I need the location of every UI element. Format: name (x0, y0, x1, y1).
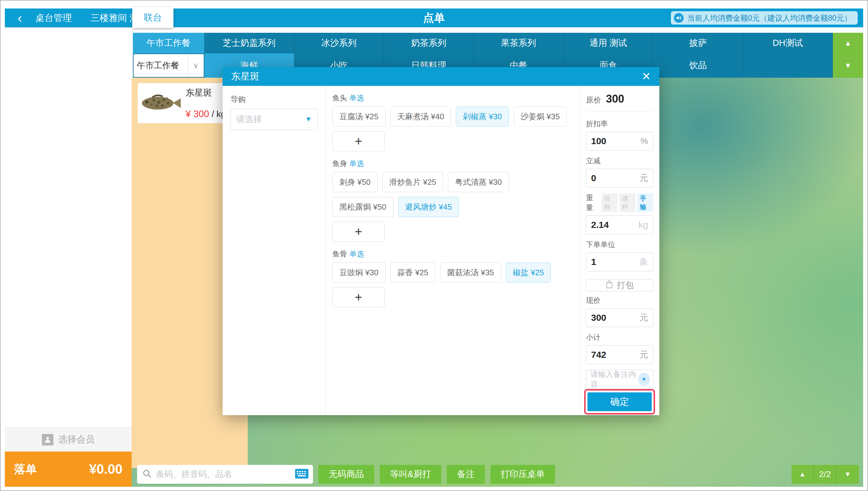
original-price-label: 原价 (586, 95, 601, 105)
option-chip[interactable]: 豆腐汤 ¥25 (332, 107, 385, 126)
weight-mode-待称[interactable]: 待称 (601, 193, 618, 212)
summary-column: 原价 300 折扣率 100 % 立减 0 元 (580, 86, 659, 415)
weight-input[interactable]: 2.14 kg (586, 215, 653, 234)
category-tab-5[interactable]: 果茶系列 (474, 33, 563, 53)
action-button-4[interactable]: 打印压桌单 (490, 465, 555, 484)
select-member-button[interactable]: 选择会员 (5, 427, 132, 452)
current-price-unit: 元 (640, 312, 648, 323)
discount-label: 折扣率 (586, 119, 653, 129)
note-input[interactable]: 请输入备注内容 ▼ (586, 370, 653, 389)
option-chip[interactable]: 蒜香 ¥25 (390, 262, 436, 283)
option-chip[interactable]: 粤式清蒸 ¥30 (448, 172, 509, 192)
option-chip[interactable]: 豆豉焖 ¥30 (332, 262, 385, 283)
category-tab-4[interactable]: 奶茶系列 (384, 33, 474, 53)
add-option-button[interactable]: + (332, 132, 384, 151)
tabs-expand-button[interactable]: ▼ (833, 53, 863, 78)
category-tab-6[interactable]: 通用 测试 (563, 33, 653, 53)
discount-unit: % (641, 136, 648, 146)
product-pagination: ▲ 2/2 ▼ (792, 465, 859, 484)
subtotal-unit: 元 (640, 349, 648, 360)
option-chip-list: 刺身 ¥50滑炒鱼片 ¥25粤式清蒸 ¥30黑松露焗 ¥50避风塘炒 ¥45 (332, 172, 573, 217)
takeout-pack-button[interactable]: 打包 (586, 279, 653, 291)
search-box (137, 465, 313, 484)
per-capita-notice: 当前人均消费金额0元（建议人均消费金额80元） (671, 11, 858, 25)
order-unit-label: 下单单位 (586, 240, 653, 250)
option-chip[interactable]: 剁椒蒸 ¥30 (456, 107, 509, 126)
order-total: ¥0.00 (89, 462, 123, 477)
option-chip[interactable]: 菌菇浓汤 ¥35 (440, 262, 501, 283)
order-unit-value: 1 (591, 257, 596, 267)
notice-text: 当前人均消费金额0元（建议人均消费金额80元） (687, 13, 851, 23)
action-button-3[interactable]: 备注 (447, 465, 485, 484)
add-option-button[interactable]: + (332, 222, 384, 242)
option-chip-list: 豆腐汤 ¥25天麻煮汤 ¥40剁椒蒸 ¥30沙姜焗 ¥35 (332, 107, 573, 126)
option-chip[interactable]: 刺身 ¥50 (332, 172, 378, 192)
subtotal-input[interactable]: 742 元 (586, 345, 653, 364)
option-chip[interactable]: 沙姜焗 ¥35 (514, 107, 567, 126)
subtotal-value: 742 (591, 350, 606, 360)
current-price-value: 300 (591, 313, 606, 323)
category-tab-7[interactable]: 披萨 (653, 33, 743, 53)
current-price-input[interactable]: 300 元 (586, 308, 653, 327)
search-icon (143, 469, 152, 480)
option-chip[interactable]: 避风塘炒 ¥45 (398, 197, 459, 217)
close-icon[interactable]: ✕ (642, 71, 651, 82)
discount-field: 折扣率 100 % (586, 117, 653, 150)
instant-off-label: 立减 (586, 156, 653, 166)
weight-label-row: 重量 待称读秤手输 (586, 193, 653, 212)
option-group-鱼头: 鱼头单选豆腐汤 ¥25天麻煮汤 ¥40剁椒蒸 ¥30沙姜焗 ¥35+ (332, 93, 573, 151)
discount-input[interactable]: 100 % (586, 132, 653, 150)
confirm-button[interactable]: 确定 (587, 393, 652, 411)
category-tab-2[interactable]: 芝士奶盖系列 (205, 33, 294, 53)
action-button-1[interactable]: 无码商品 (318, 465, 374, 484)
guide-select[interactable]: 请选择 ▼ (230, 109, 317, 130)
place-order-button[interactable]: 落单 ¥0.00 (5, 452, 132, 487)
option-chip[interactable]: 椒盐 ¥25 (506, 262, 551, 283)
page-up-button[interactable]: ▲ (792, 465, 814, 484)
weight-mode-读秤[interactable]: 读秤 (619, 193, 636, 212)
join-table-button[interactable]: 联台 (132, 7, 174, 28)
speaker-icon[interactable] (674, 13, 684, 23)
modal-title: 东星斑 (231, 70, 259, 83)
weight-value: 2.14 (591, 220, 609, 230)
bag-icon (606, 280, 613, 291)
order-unit-input[interactable]: 1 条 (586, 253, 653, 271)
category-tab-3[interactable]: 冰沙系列 (294, 33, 384, 53)
page-down-button[interactable]: ▼ (836, 465, 859, 484)
action-button-2[interactable]: 等叫&厨打 (380, 465, 441, 484)
option-group-name: 鱼头 (332, 94, 347, 102)
subcategory-tab-7 (743, 53, 833, 78)
option-chip[interactable]: 黑松露焗 ¥50 (332, 197, 393, 217)
subcategory-dropdown[interactable]: 午市工作餐∨ (133, 54, 204, 77)
weight-mode-手输[interactable]: 手输 (637, 193, 653, 212)
subtotal-field: 小计 742 元 (586, 330, 653, 364)
back-icon[interactable]: ‹ (18, 11, 22, 25)
tabs-collapse-button[interactable]: ▲ (833, 33, 863, 53)
category-tab-8[interactable]: DH测试 (743, 33, 833, 53)
keyboard-icon[interactable] (295, 468, 309, 480)
option-chip[interactable]: 滑炒鱼片 ¥25 (382, 172, 443, 192)
category-tab-1[interactable]: 午市工作餐 (133, 33, 205, 53)
search-input[interactable] (156, 469, 290, 479)
page-title: 点单 (423, 10, 445, 26)
instant-off-field: 立减 0 元 (586, 153, 653, 187)
modal-body: 导购 请选择 ▼ 鱼头单选豆腐汤 ¥25天麻煮汤 ¥40剁椒蒸 ¥30沙姜焗 ¥… (223, 86, 659, 415)
option-chip[interactable]: 天麻煮汤 ¥40 (390, 107, 451, 126)
subtotal-label: 小计 (586, 333, 653, 342)
option-group-鱼骨: 鱼骨单选豆豉焖 ¥30蒜香 ¥25菌菇浓汤 ¥35椒盐 ¥25+ (332, 249, 573, 308)
fish-image (140, 92, 183, 115)
subcategory-dropdown-label: 午市工作餐 (134, 60, 188, 71)
bottom-action-bar: 无码商品等叫&厨打备注打印压桌单 ▲ 2/2 ▼ (137, 465, 859, 484)
note-dropdown-icon[interactable]: ▼ (638, 373, 650, 386)
instant-off-unit: 元 (640, 172, 648, 184)
pack-label: 打包 (617, 280, 634, 291)
subcategory-tab-6[interactable]: 饮品 (653, 53, 743, 78)
price-value: ¥ 300 (186, 109, 209, 119)
pos-order-screen: 东星斑 ¥ 300 / kg 午市工作餐芝士奶盖系列冰沙系列奶茶系列果茶系列通用… (0, 0, 868, 491)
table-management-link[interactable]: 桌台管理 (35, 12, 72, 24)
instant-off-input[interactable]: 0 元 (586, 169, 653, 187)
add-option-button[interactable]: + (332, 287, 384, 308)
discount-value: 100 (591, 136, 606, 146)
option-group-header: 鱼骨单选 (332, 249, 573, 259)
option-group-name: 鱼身 (332, 159, 347, 168)
